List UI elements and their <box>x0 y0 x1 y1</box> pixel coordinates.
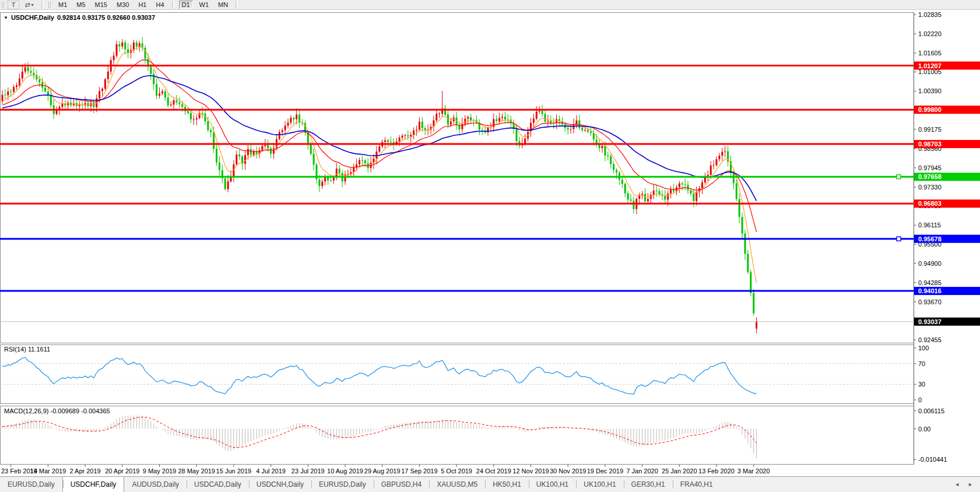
price-tick-label: 0.92455 <box>918 336 942 343</box>
line-handle-icon[interactable] <box>897 175 901 179</box>
rsi-indicator-label: RSI(14) 11.1611 <box>4 346 50 353</box>
chart-tab-audusd-daily[interactable]: AUDUSD,Daily <box>124 477 187 492</box>
date-tick-label: 5 Oct 2019 <box>441 468 472 475</box>
timeframe-button-M15[interactable]: M15 <box>92 1 110 9</box>
price-tick-label: 1.00390 <box>918 87 942 94</box>
date-tick-label: 4 Jul 2019 <box>256 468 286 475</box>
price-tick-label: 0.96115 <box>918 222 941 229</box>
toolbar: T ⇄ ▾ M1M5M15M30H1H4D1W1MN <box>0 0 980 10</box>
hline-price-label: 0.99800 <box>918 106 942 113</box>
hline-price-label: 0.98703 <box>918 140 942 147</box>
tab-label: USDCAD,Daily <box>194 480 241 489</box>
date-tick-label: 20 Apr 2019 <box>105 468 139 475</box>
macd-tick-label: -0.010441 <box>918 456 947 463</box>
hline-price-label: 0.94016 <box>918 287 942 294</box>
chart-tab-usdcnh-daily[interactable]: USDCNH,Daily <box>249 477 311 492</box>
date-tick-label: 15 Jun 2019 <box>216 468 252 475</box>
timeframe-button-D1[interactable]: D1 <box>179 1 193 9</box>
tab-label: FRA40,H1 <box>680 480 713 489</box>
date-tick-label: 30 Nov 2019 <box>550 468 586 475</box>
hline-price-label: 0.96803 <box>918 200 942 207</box>
timeframe-button-M30[interactable]: M30 <box>114 1 132 9</box>
hline-price-label: 0.95678 <box>918 236 942 243</box>
current-price-label: 0.93037 <box>918 318 942 325</box>
rsi-tick-label: 70 <box>918 360 925 367</box>
chart-tabs: EURUSD,DailyUSDCHF,DailyAUDUSD,DailyUSDC… <box>0 477 721 492</box>
date-axis[interactable]: 23 Feb 201914 Mar 20192 Apr 201920 Apr 2… <box>1 465 770 475</box>
chart-tab-fra40-h1[interactable]: FRA40,H1 <box>673 477 721 492</box>
toolbar-separator <box>41 1 44 9</box>
cursor-tool-button[interactable]: ⇄ ▾ <box>20 1 38 9</box>
macd-tick-label: 0.00 <box>918 426 930 433</box>
text-tool-icon: T <box>12 1 16 8</box>
chart-canvas[interactable]: 1.028351.022201.016051.010051.003900.991… <box>0 10 980 476</box>
date-tick-label: 13 Feb 2020 <box>698 468 735 475</box>
chart-ohlc-values: 0.92814 0.93175 0.92660 0.93037 <box>57 14 155 21</box>
timeframe-button-MN[interactable]: MN <box>215 1 231 9</box>
text-tool-button[interactable]: T <box>8 1 19 9</box>
tab-label: UK100,H1 <box>584 480 616 489</box>
date-tick-label: 23 Jul 2019 <box>291 468 325 475</box>
timeframe-button-group: M1M5M15M30H1H4D1W1MN <box>54 1 233 9</box>
chart-tab-usdcad-daily[interactable]: USDCAD,Daily <box>187 477 249 492</box>
timeframe-button-W1[interactable]: W1 <box>196 1 212 9</box>
chart-symbol-label: USDCHF,Daily <box>11 14 54 21</box>
date-tick-label: 17 Sep 2019 <box>401 468 437 475</box>
tab-label: XAUUSD,M5 <box>437 480 477 489</box>
toolbar-separator <box>236 1 238 9</box>
date-tick-label: 3 Mar 2020 <box>737 468 770 475</box>
timeframe-button-M1[interactable]: M1 <box>55 1 70 9</box>
date-tick-label: 19 Dec 2019 <box>587 468 623 475</box>
rsi-tick-label: 100 <box>918 345 929 352</box>
chart-tab-gbpusd-h4[interactable]: GBPUSD,H4 <box>374 477 429 492</box>
toolbar-grip-icon <box>48 2 51 8</box>
hline-price-label: 1.01207 <box>918 62 942 69</box>
ma-slow-line <box>2 76 757 201</box>
date-tick-label: 10 Aug 2019 <box>327 468 363 475</box>
chart-tab-xauusd-m5[interactable]: XAUUSD,M5 <box>429 477 485 492</box>
tab-label: HK50,H1 <box>493 480 521 489</box>
tab-label: GBPUSD,H4 <box>381 480 421 489</box>
price-tick-label: 0.94285 <box>918 279 942 286</box>
tab-label: EURUSD,Daily <box>8 480 55 489</box>
chart-tab-uk100-h1[interactable]: UK100,H1 <box>529 477 576 492</box>
date-tick-label: 29 Aug 2019 <box>364 468 401 475</box>
date-tick-label: 12 Nov 2019 <box>512 468 549 475</box>
price-tick-label: 1.02220 <box>918 30 942 37</box>
tab-label: AUDUSD,Daily <box>132 480 179 489</box>
line-handle-icon[interactable] <box>897 237 901 241</box>
price-tick-label: 1.01605 <box>918 50 942 57</box>
timeframe-button-M5[interactable]: M5 <box>73 1 88 9</box>
chart-tab-ger30-h1[interactable]: GER30,H1 <box>624 477 673 492</box>
price-tick-label: 1.02835 <box>918 11 942 18</box>
trading-terminal-window: T ⇄ ▾ M1M5M15M30H1H4D1W1MN ▼ USDCHF,Dail… <box>0 0 980 492</box>
chart-tab-uk100-h1[interactable]: UK100,H1 <box>576 477 623 492</box>
rsi-tick-label: 0 <box>918 396 922 403</box>
price-axis[interactable]: 1.028351.022201.016051.010051.003900.991… <box>914 11 980 343</box>
toolbar-separator <box>172 1 174 9</box>
chart-tab-eurusd-daily[interactable]: EURUSD,Daily <box>311 477 374 492</box>
ma-fast-line <box>2 47 757 283</box>
price-tick-label: 0.97945 <box>918 164 942 171</box>
tab-scroll-right-icon[interactable]: ► <box>968 482 973 487</box>
date-tick-label: 24 Oct 2019 <box>476 468 511 475</box>
macd-pane-border <box>1 406 914 465</box>
macd-signal-line <box>2 417 757 448</box>
date-tick-label: 14 Mar 2019 <box>30 468 66 475</box>
timeframe-button-H4[interactable]: H4 <box>153 1 167 9</box>
chart-tab-hk50-h1[interactable]: HK50,H1 <box>485 477 529 492</box>
horizontal-lines <box>0 66 914 291</box>
collapse-arrow-icon[interactable]: ▼ <box>3 15 8 20</box>
timeframe-button-H1[interactable]: H1 <box>135 1 149 9</box>
chart-tab-eurusd-daily[interactable]: EURUSD,Daily <box>0 477 62 492</box>
toolbar-grip-icon <box>2 2 4 8</box>
chart-tab-usdchf-daily[interactable]: USDCHF,Daily <box>62 476 125 492</box>
tab-scroll-left-icon[interactable]: ◄ <box>954 482 960 487</box>
chart-tab-bar: EURUSD,DailyUSDCHF,DailyAUDUSD,DailyUSDC… <box>0 476 980 492</box>
tab-label: GER30,H1 <box>631 480 665 489</box>
tab-label: EURUSD,Daily <box>319 480 366 489</box>
price-tick-label: 0.99175 <box>918 126 942 133</box>
macd-tick-label: 0.006115 <box>918 407 944 414</box>
tab-scroll-arrows: ◄ ► <box>954 477 980 492</box>
date-tick-label: 2 Apr 2019 <box>69 468 100 475</box>
